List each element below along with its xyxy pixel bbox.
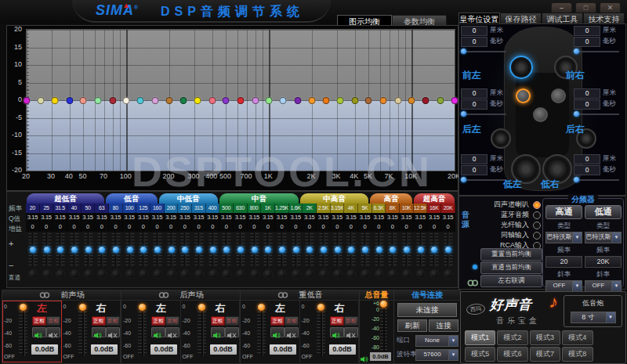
eq-band-point[interactable]	[437, 97, 444, 104]
eq-bypass-button[interactable]	[236, 269, 245, 279]
hp-type-select[interactable]: 巴特沃斯 ▼	[545, 232, 582, 243]
eq-band-point[interactable]	[66, 97, 73, 104]
eq-gain-slider[interactable]	[26, 232, 40, 268]
volume-slider-knob[interactable]	[79, 304, 86, 311]
eq-slider-knob[interactable]	[85, 247, 92, 253]
lowpass-button[interactable]: 低通	[585, 205, 622, 219]
eq-band-point[interactable]	[279, 97, 286, 104]
eq-slider-knob[interactable]	[321, 247, 327, 253]
phase-invert-button[interactable]: 反相	[46, 316, 60, 326]
channel-strip-前声场-左[interactable]: 0-20-40-60OFF左正相反相0.0dB	[2, 301, 62, 362]
eq-slider-knob[interactable]	[169, 247, 175, 253]
distance-cm-field[interactable]: 0	[574, 154, 600, 164]
source-option[interactable]: 光纤输入	[472, 220, 541, 230]
eq-gain-slider[interactable]	[427, 232, 441, 268]
eq-slider-knob[interactable]	[252, 247, 258, 253]
eq-gain-slider[interactable]	[303, 232, 317, 268]
delay-ms-field[interactable]: 0	[461, 37, 487, 47]
delay-slider-knob[interactable]	[574, 49, 579, 54]
eq-slider-knob[interactable]	[237, 247, 244, 253]
delay-slider-knob[interactable]	[461, 49, 466, 54]
eq-gain-slider[interactable]	[234, 232, 248, 268]
delay-ms-field[interactable]: 0	[574, 165, 600, 175]
rear-position-icon[interactable]	[533, 107, 548, 122]
eq-slider-knob[interactable]	[113, 247, 119, 253]
eq-bypass-button[interactable]	[388, 269, 397, 279]
eq-bypass-button[interactable]	[250, 269, 259, 279]
distance-cm-field[interactable]: 0	[461, 88, 487, 99]
distance-cm-field[interactable]: 0	[461, 26, 487, 36]
speaker-on-button[interactable]	[211, 327, 225, 337]
mute-button[interactable]	[46, 327, 60, 337]
mode-button-模式8[interactable]: 模式8	[562, 347, 593, 362]
eq-bypass-button[interactable]	[292, 269, 301, 279]
eq-bypass-button[interactable]	[444, 269, 453, 279]
eq-slider-knob[interactable]	[99, 247, 105, 253]
volume-slider-knob[interactable]	[139, 304, 146, 311]
source-option[interactable]: 蓝牙音频	[472, 210, 541, 220]
eq-band-point[interactable]	[37, 97, 44, 104]
eq-gain-slider[interactable]	[95, 232, 109, 268]
mode-button-模式2[interactable]: 模式2	[497, 330, 527, 345]
eq-gain-slider[interactable]	[82, 232, 96, 268]
eq-bypass-button[interactable]	[125, 269, 135, 279]
bypass-eq-button[interactable]: 直通当前均衡	[480, 261, 542, 274]
channel-strip-重低音-右[interactable]: 0-20-40-60OFF右正相反相0.0dB	[300, 301, 360, 362]
eq-bypass-button[interactable]	[56, 269, 65, 279]
phase-normal-button[interactable]: 正相	[151, 316, 165, 326]
passenger-position-icon[interactable]	[551, 88, 566, 103]
speaker-on-button[interactable]	[92, 327, 106, 337]
lp-type-select[interactable]: 巴特沃斯 ▼	[585, 232, 622, 243]
eq-slider-knob[interactable]	[390, 247, 396, 253]
eq-bypass-button[interactable]	[111, 269, 121, 279]
eq-gain-slider[interactable]	[109, 232, 123, 268]
eq-band-point[interactable]	[94, 97, 101, 104]
eq-band-point[interactable]	[152, 97, 159, 104]
eq-band-point[interactable]	[365, 97, 372, 104]
eq-plot[interactable]	[26, 29, 455, 171]
mute-button[interactable]	[106, 327, 120, 337]
eq-gain-slider[interactable]	[261, 232, 275, 268]
mute-button[interactable]	[344, 327, 358, 337]
eq-band-point[interactable]	[136, 97, 143, 104]
volume-slider-knob[interactable]	[317, 304, 324, 311]
eq-band-point[interactable]	[194, 97, 201, 104]
highpass-button[interactable]: 高通	[545, 205, 582, 219]
source-option[interactable]: 同轴输入	[472, 230, 541, 240]
eq-bypass-button[interactable]	[416, 269, 426, 279]
master-speaker-icon[interactable]	[361, 352, 370, 364]
eq-slider-knob[interactable]	[30, 247, 36, 253]
eq-slider-knob[interactable]	[445, 247, 451, 253]
radio-button[interactable]	[533, 222, 541, 229]
eq-bypass-button[interactable]	[97, 269, 107, 279]
eq-slider-knob[interactable]	[362, 247, 368, 253]
channel-strip-后声场-左[interactable]: 0-20-40-60OFF左正相反相0.0dB	[121, 301, 181, 362]
mode-button-模式1[interactable]: 模式1	[465, 330, 495, 345]
eq-gain-slider[interactable]	[331, 232, 345, 268]
eq-gain-slider[interactable]	[136, 232, 150, 268]
eq-slider-knob[interactable]	[293, 247, 299, 253]
eq-slider-knob[interactable]	[71, 247, 78, 253]
chevron-down-icon[interactable]: ▼	[611, 281, 621, 291]
eq-slider-knob[interactable]	[196, 247, 202, 253]
hp-slope-select[interactable]: OFF ▼	[545, 280, 582, 292]
speaker-on-button[interactable]	[270, 327, 285, 337]
mute-button[interactable]	[165, 327, 179, 337]
eq-slider-knob[interactable]	[418, 247, 424, 253]
eq-band-point[interactable]	[309, 97, 316, 104]
eq-band-point[interactable]	[379, 97, 386, 104]
channel-strip-前声场-右[interactable]: 0-20-40-60OFF右正相反相0.0dB	[62, 301, 121, 362]
eq-slider-knob[interactable]	[265, 247, 271, 253]
eq-bypass-button[interactable]	[277, 269, 287, 279]
eq-band-point[interactable]	[166, 97, 173, 104]
delay-slider-knob[interactable]	[461, 111, 466, 117]
eq-gain-slider[interactable]	[372, 232, 386, 268]
eq-slider-knob[interactable]	[127, 247, 133, 253]
eq-gain-slider[interactable]	[289, 232, 303, 268]
eq-bypass-button[interactable]	[42, 269, 52, 279]
eq-bypass-button[interactable]	[402, 269, 411, 279]
radio-button[interactable]	[533, 232, 541, 240]
delay-slider[interactable]	[574, 110, 619, 117]
port-select[interactable]: None ▼	[415, 335, 458, 347]
eq-slider-knob[interactable]	[348, 247, 354, 253]
